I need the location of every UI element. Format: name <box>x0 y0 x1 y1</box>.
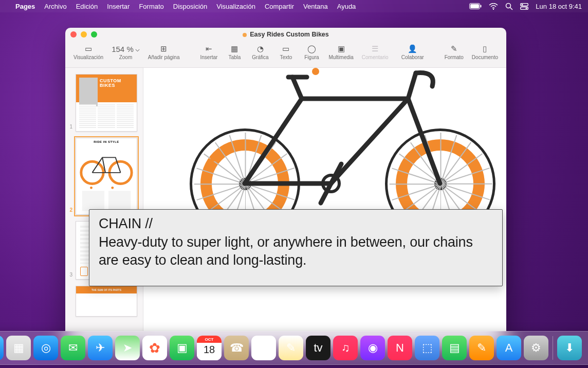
panel-body: Heavy-duty to super light, or anywhere i… <box>99 233 493 270</box>
menu-insertar[interactable]: Insertar <box>107 3 130 10</box>
hover-text-panel: CHAIN // Heavy-duty to super light, or a… <box>89 209 503 286</box>
toolbar-zoom[interactable]: 154 % ⌵Zoom <box>108 43 143 60</box>
thumbnail-page-2[interactable]: 2 RIDE IN STYLE <box>65 135 143 218</box>
panel-heading: CHAIN // <box>99 215 493 233</box>
menu-edicion[interactable]: Edición <box>76 3 98 10</box>
svg-line-17 <box>245 99 302 183</box>
text-icon: ▭ <box>282 43 289 54</box>
close-button[interactable] <box>70 31 77 38</box>
wifi-icon[interactable] <box>489 3 498 10</box>
add-page-icon: ⊞ <box>160 43 167 54</box>
svg-rect-1 <box>470 4 479 8</box>
svg-rect-15 <box>108 191 131 211</box>
toolbar-media[interactable]: ▣Multimedia <box>325 43 356 60</box>
menu-disposicion[interactable]: Disposición <box>173 3 207 10</box>
callout-dot <box>312 68 319 75</box>
dock-app-maps[interactable]: ➤ <box>115 336 140 360</box>
collaborate-icon: 👤 <box>408 43 417 54</box>
menu-archivo[interactable]: Archivo <box>44 3 66 10</box>
menu-ayuda[interactable]: Ayuda <box>337 3 356 10</box>
document-title: Easy Rides Custom Bikes <box>250 31 329 38</box>
page-number: 3 <box>67 272 72 278</box>
chevron-down-icon: ⌵ <box>135 44 140 53</box>
dock-app-news[interactable]: N <box>388 336 412 360</box>
toolbar-chart[interactable]: ◔Gráfica <box>248 43 272 60</box>
document-canvas[interactable]: CHAIN // Heavy-duty to super light, or a… <box>143 68 506 345</box>
dock-app-podcasts[interactable]: ◉ <box>360 336 385 360</box>
pages-window: Easy Rides Custom Bikes ▭Visualización 1… <box>65 28 506 345</box>
svg-point-3 <box>493 8 494 9</box>
dock-app-numbers[interactable]: ▤ <box>442 336 467 360</box>
minimize-button[interactable] <box>81 31 87 38</box>
spotlight-icon[interactable] <box>505 3 513 10</box>
svg-point-9 <box>526 7 527 9</box>
page-number: 1 <box>67 124 72 130</box>
unsaved-indicator <box>243 33 247 37</box>
svg-point-13 <box>111 187 114 189</box>
svg-line-19 <box>331 99 408 183</box>
svg-point-4 <box>506 3 511 8</box>
toolbar-insert[interactable]: ⇤Insertar <box>197 43 220 60</box>
toolbar-table[interactable]: ▦Tabla <box>223 43 246 60</box>
dock-app-tv[interactable]: tv <box>306 336 330 360</box>
menu-formato[interactable]: Formato <box>139 3 163 10</box>
dock-app-photos[interactable]: ✿ <box>142 336 167 360</box>
dock-app-settings[interactable]: ⚙ <box>524 336 548 360</box>
format-icon: ✎ <box>451 43 457 54</box>
dock-app-finder[interactable]: ☺ <box>0 336 4 360</box>
toolbar-format[interactable]: ✎Formato <box>442 43 467 60</box>
thumbnail-page-1[interactable]: 1 CUSTOMBIKES <box>65 71 143 135</box>
svg-point-7 <box>522 4 523 5</box>
document-icon: ▯ <box>483 43 487 54</box>
chart-icon: ◔ <box>257 43 264 54</box>
comment-icon: ☰ <box>372 43 378 54</box>
dock-app-shortcuts[interactable]: ⬚ <box>415 336 439 360</box>
titlebar[interactable]: Easy Rides Custom Bikes <box>65 28 506 41</box>
toolbar-shape[interactable]: ◯Figura <box>300 43 323 60</box>
dock-app-music[interactable]: ♫ <box>333 336 358 360</box>
page-thumbnails: 1 CUSTOMBIKES 2 RIDE IN STYLE <box>65 68 143 345</box>
dock-app-contacts[interactable]: ☎ <box>224 336 249 360</box>
dock-app-reminders[interactable]: ☰ <box>251 336 276 360</box>
fullscreen-button[interactable] <box>91 31 97 38</box>
dock-app-calendar[interactable]: OCT18 <box>197 336 222 360</box>
menu-compartir[interactable]: Compartir <box>265 3 294 10</box>
dock-app-launchpad[interactable]: ▦ <box>6 336 31 360</box>
dock-app-safari[interactable]: ◎ <box>33 336 58 360</box>
toolbar-comment: ☰Comentario <box>359 43 392 60</box>
dock-app-messages[interactable]: ✉ <box>61 336 85 360</box>
dock-app-mail[interactable]: ✈ <box>88 336 113 360</box>
callout-dot <box>210 154 217 161</box>
menu-ventana[interactable]: Ventana <box>303 3 328 10</box>
toolbar-view[interactable]: ▭Visualización <box>70 43 106 60</box>
table-icon: ▦ <box>231 43 238 54</box>
dock-app-pages[interactable]: ✎ <box>469 336 494 360</box>
toolbar-add-page[interactable]: ⊞Añadir página <box>145 43 183 60</box>
media-icon: ▣ <box>338 43 345 54</box>
view-icon: ▭ <box>85 43 92 54</box>
menubar: Pages Archivo Edición Insertar Formato D… <box>0 0 588 12</box>
dock-app-facetime[interactable]: ▣ <box>170 336 194 360</box>
page-number: 2 <box>67 207 72 213</box>
toolbar-text[interactable]: ▭Texto <box>274 43 298 60</box>
svg-line-20 <box>408 99 440 183</box>
svg-rect-2 <box>481 5 482 8</box>
battery-icon[interactable] <box>469 3 482 9</box>
control-center-icon[interactable] <box>520 3 528 10</box>
thumbnail-page-4[interactable]: THE SUM OF ITS PARTS <box>65 283 143 320</box>
dock-app-appstore[interactable]: A <box>497 336 521 360</box>
svg-point-12 <box>90 187 93 189</box>
menubar-clock[interactable]: Lun 18 oct 9:41 <box>536 3 582 10</box>
svg-rect-14 <box>82 191 104 211</box>
dock-downloads[interactable]: ⬇ <box>557 336 582 360</box>
toolbar-document[interactable]: ▯Documento <box>469 43 501 60</box>
toolbar-collaborate[interactable]: 👤Colaborar <box>398 43 427 60</box>
dock-trash[interactable] <box>584 336 588 360</box>
app-name[interactable]: Pages <box>15 3 35 10</box>
dock-app-notes[interactable]: ✎ <box>279 336 303 360</box>
dock-separator <box>553 336 553 360</box>
menu-visualizacion[interactable]: Visualización <box>216 3 255 10</box>
zoom-value: 154 % ⌵ <box>112 43 140 54</box>
toolbar: ▭Visualización 154 % ⌵Zoom ⊞Añadir págin… <box>65 41 506 68</box>
svg-line-21 <box>292 77 302 99</box>
